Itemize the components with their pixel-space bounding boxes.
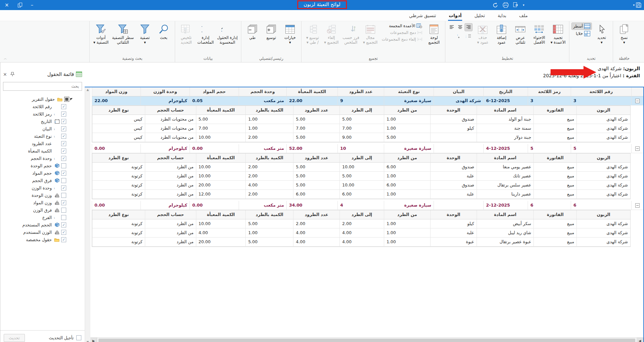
detail-cell[interactable]: علبة xyxy=(430,172,477,181)
export-icon[interactable] xyxy=(513,2,518,8)
detail-column-header[interactable]: من الطرد xyxy=(384,106,430,115)
detail-cell[interactable]: علبة xyxy=(430,190,477,199)
detail-cell[interactable]: 10.00 xyxy=(339,181,384,190)
detail-header-row[interactable]: الزبونالفاتورةاسم المادةالوحدةمن الطردإل… xyxy=(92,210,630,219)
master-cell[interactable]: 4-12-2025 xyxy=(483,144,528,153)
master-cell[interactable]: 9 xyxy=(337,96,384,105)
field-checkbox[interactable]: ✓ xyxy=(61,237,66,242)
detail-cell[interactable]: كرتونة xyxy=(92,163,145,172)
detail-cell[interactable]: 5.00 xyxy=(293,163,339,172)
detail-cell[interactable]: 10.00 xyxy=(339,163,384,172)
field-checkbox[interactable] xyxy=(61,193,66,198)
detail-column-header[interactable]: حساب الحجم xyxy=(145,154,196,163)
collapse-row-toggle[interactable] xyxy=(631,96,643,105)
detail-cell[interactable]: شركة الهدى xyxy=(576,172,630,181)
field-checkbox[interactable]: ✓ xyxy=(61,171,66,176)
copy-window-icon[interactable] xyxy=(18,3,22,7)
detail-cell[interactable]: 5.00 xyxy=(339,115,384,124)
detail-cell[interactable]: 12.00 xyxy=(196,190,246,199)
detail-row[interactable]: شركة الهدىمبيعجبنة أبو الولدصندوق1.005.0… xyxy=(92,115,630,124)
sort-123-button[interactable]: 12 xyxy=(465,32,472,40)
field-checkbox[interactable]: ✓ xyxy=(61,230,66,235)
master-cell[interactable]: 3 xyxy=(528,96,571,105)
ribbon-button-ungroup[interactable]: إلغاءالتجميع ▾ xyxy=(322,22,341,46)
detail-cell[interactable]: 1.00 xyxy=(245,228,293,238)
master-cell[interactable]: 0.05 xyxy=(190,96,239,105)
root-checkbox[interactable] xyxy=(64,97,69,102)
ribbon-button-delete-column[interactable]: حذفعمود ▾ xyxy=(473,22,492,46)
detail-column-header[interactable]: اسم المادة xyxy=(477,106,534,115)
tree-root-row[interactable]: حقول التقرير xyxy=(0,95,73,103)
tree-item-1[interactable]: ✓ A. رمز اللائحة xyxy=(0,110,73,118)
detail-cell[interactable]: شركة الهدى xyxy=(576,133,630,142)
detail-column-header[interactable]: حساب الحجم xyxy=(145,210,196,219)
detail-row[interactable]: شركة الهدىمبيعسمنة جنةكيلو1.007.007.001.… xyxy=(92,124,630,133)
ribbon-button-grouped-columns[interactable]: الأعمدة المجمعة xyxy=(380,23,424,29)
tab-1[interactable]: بداية xyxy=(492,11,512,21)
detail-cell[interactable]: 2.00 xyxy=(339,219,384,228)
detail-cell[interactable]: 4.00 xyxy=(293,228,339,238)
align-right-button[interactable] xyxy=(465,24,472,31)
ribbon-button-copy[interactable]: نسخ▾ xyxy=(615,22,634,46)
field-search-input[interactable] xyxy=(3,84,82,89)
update-button[interactable]: تحديث xyxy=(4,334,25,342)
detail-cell[interactable]: كرتونة xyxy=(92,219,145,228)
scroll-up-icon[interactable]: ▲ xyxy=(87,88,89,91)
detail-cell[interactable]: 5.00 xyxy=(293,181,339,190)
pin-icon[interactable] xyxy=(10,72,14,77)
field-checkbox[interactable]: ✓ xyxy=(61,141,66,146)
tree-item-6[interactable]: ✓ 1.0 الكمية المعبأة xyxy=(0,147,73,155)
tree-item-4[interactable]: ✓ A. نوع التعبئة xyxy=(0,132,73,140)
ribbon-button-add-column[interactable]: إضافةعمود xyxy=(492,22,511,46)
detail-cell[interactable]: 10.00 xyxy=(196,163,246,172)
ribbon-button-expand-all[interactable]: توسيع xyxy=(262,22,281,41)
ribbon-button-expand-collapse-groups[interactable]: توسيع ▾/ طي ▾ xyxy=(303,22,322,46)
detail-cell[interactable]: من الطرد xyxy=(145,219,196,228)
master-cell[interactable]: 6 xyxy=(571,201,631,210)
detail-cell[interactable]: 2.00 xyxy=(245,172,293,181)
detail-cell[interactable]: مبيع xyxy=(533,124,576,133)
master-cell[interactable] xyxy=(434,144,483,153)
master-cell[interactable]: 22.00 xyxy=(92,96,140,105)
tree-item-13[interactable]: ✓ KG وزن المواد xyxy=(0,199,73,206)
detail-column-header[interactable]: الفاتورة xyxy=(533,210,576,219)
close-panel-icon[interactable]: × xyxy=(3,72,7,77)
export-dropdown-icon[interactable]: ▾ xyxy=(523,3,524,7)
detail-column-header[interactable]: إلى الطرد xyxy=(339,154,384,163)
refresh-icon[interactable] xyxy=(492,2,498,8)
detail-column-header[interactable]: الكمية بالطرد xyxy=(245,106,293,115)
field-checkbox[interactable]: ✓ xyxy=(61,148,66,154)
align-center-button[interactable] xyxy=(456,24,464,31)
detail-cell[interactable]: 10.00 xyxy=(196,133,246,142)
detail-cell[interactable]: مبيع xyxy=(533,190,576,199)
field-checkbox[interactable]: ✓ xyxy=(61,119,66,124)
detail-header-row[interactable]: الزبونالفاتورةاسم المادةالوحدةمن الطردإل… xyxy=(92,106,630,115)
detail-cell[interactable]: 1.00 xyxy=(384,238,430,247)
master-column-header[interactable]: البيان xyxy=(434,87,483,96)
detail-cell[interactable]: جبنة أبو الولد xyxy=(477,115,534,124)
detail-cell[interactable]: 2.00 xyxy=(293,219,339,228)
master-cell[interactable]: 22.00 xyxy=(286,96,337,105)
detail-cell[interactable]: شركة الهدى xyxy=(576,124,630,133)
detail-cell[interactable]: من الطرد xyxy=(145,190,196,199)
master-column-header[interactable]: حجم المواد xyxy=(190,87,239,96)
detail-cell[interactable]: 1.00 xyxy=(384,228,430,238)
detail-column-header[interactable]: الكمية المعبأة xyxy=(196,154,246,163)
detail-cell[interactable]: شركة الهدى xyxy=(576,181,630,190)
minimize-icon[interactable]: – xyxy=(31,0,34,10)
detail-cell[interactable]: 5.00 xyxy=(384,133,430,142)
detail-cell[interactable]: صندوق xyxy=(430,163,477,172)
detail-cell[interactable]: 4.00 xyxy=(196,228,246,238)
tree-item-9[interactable]: ✓ حجم المواد xyxy=(0,169,73,177)
detail-cell[interactable]: شركة الهدى xyxy=(576,238,630,247)
detail-cell[interactable]: 6.00 xyxy=(339,190,384,199)
detail-cell[interactable]: مبيع xyxy=(533,228,576,238)
ribbon-button-merge-groups[interactable]: دمج المجموعات xyxy=(380,30,424,36)
detail-cell[interactable]: 6.00 xyxy=(293,190,339,199)
master-cell[interactable]: 0.00 xyxy=(92,144,140,153)
detail-cell[interactable]: مبيع xyxy=(533,181,576,190)
field-checkbox[interactable]: ✓ xyxy=(61,185,66,190)
detail-column-header[interactable]: نوع الطرد xyxy=(92,154,145,163)
detail-cell[interactable]: 6.00 xyxy=(384,163,430,172)
print-icon[interactable] xyxy=(503,2,509,8)
